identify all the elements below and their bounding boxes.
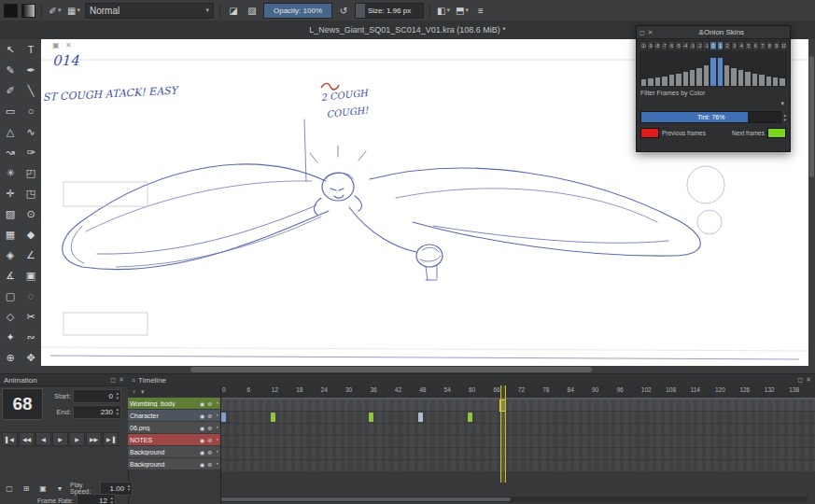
previous-keyframe-button[interactable]: ◀◀ (19, 432, 35, 446)
onion-offset--2[interactable]: -2 (696, 41, 703, 50)
filter-color-dropdown[interactable]: ▾ (637, 98, 790, 109)
onion-opacity-bar--1[interactable] (704, 65, 709, 86)
onion-opacity-graph[interactable] (639, 51, 787, 87)
onion-offset-9[interactable]: 9 (773, 41, 780, 50)
ruler-frame-84[interactable]: 84 (568, 386, 574, 393)
mesh-transform-tool-icon[interactable]: ◰ (21, 162, 41, 183)
ruler-frame-102[interactable]: 102 (641, 386, 652, 393)
current-frame-display[interactable]: 68 (2, 388, 43, 420)
color-sampler-tool-icon[interactable]: ⊙ (21, 203, 41, 224)
subwindow-close-icon[interactable]: ✕ (65, 41, 72, 49)
onion-opacity-bar--5[interactable] (676, 74, 681, 86)
onion-offset-2[interactable]: 2 (724, 41, 731, 50)
layer-label-Background[interactable]: Background◉⊘◔ (128, 458, 220, 469)
text-tool-icon[interactable]: T (21, 39, 41, 60)
workspace-chooser-button[interactable]: ≡ (473, 3, 488, 18)
ellipse-select-tool-icon[interactable]: ◌ (21, 286, 41, 306)
ruler-frame-0[interactable]: 0 (222, 386, 226, 393)
polygon-select-tool-icon[interactable]: ◇ (0, 306, 21, 327)
polyline-tool-icon[interactable]: ∿ (21, 121, 41, 142)
assistants-tool-icon[interactable]: ∠ (21, 245, 41, 265)
calligraphy-tool-icon[interactable]: ✒ (21, 60, 41, 80)
onion-offset--6[interactable]: -6 (667, 41, 675, 50)
float-docker-icon[interactable]: ◻ (110, 376, 116, 384)
onion-offset--4[interactable]: -4 (682, 41, 689, 50)
visibility-eye-icon[interactable]: ◉ (200, 400, 204, 407)
polygon-tool-icon[interactable]: △ (0, 121, 21, 142)
onion-skins-titlebar[interactable]: ◻ ✕ &Onion Skins (637, 26, 790, 39)
visibility-eye-icon[interactable]: ◉ (200, 425, 204, 431)
onion-offset-8[interactable]: 8 (766, 41, 774, 50)
onion-opacity-bar--4[interactable] (683, 72, 688, 86)
lock-icon[interactable]: ⊘ (207, 400, 212, 407)
visibility-eye-icon[interactable]: ◉ (200, 461, 204, 468)
onion-offset--8[interactable]: -8 (653, 41, 661, 50)
tint-slider[interactable]: Tint: 76% (640, 111, 781, 123)
zoom-tool-icon[interactable]: ⊕ (0, 347, 21, 368)
menu-icon[interactable]: ≡ (132, 377, 135, 384)
fill-tool-icon[interactable]: ◆ (21, 224, 41, 245)
onion-opacity-bar--2[interactable] (696, 68, 701, 86)
onion-opacity-bar--3[interactable] (690, 70, 695, 86)
keyframe-marker[interactable] (418, 413, 423, 422)
onion-opacity-bar-0[interactable] (710, 58, 715, 86)
scrollbar-thumb[interactable] (221, 497, 511, 501)
end-frame-spinbox[interactable]: 230 ▲▼ (73, 405, 121, 419)
line-tool-icon[interactable]: ╲ (21, 80, 41, 101)
playhead[interactable] (500, 385, 506, 483)
pan-tool-icon[interactable]: ✥ (21, 347, 41, 368)
opacity-slider[interactable]: Opacity: 100% (263, 3, 332, 19)
lock-icon[interactable]: ⊘ (207, 425, 212, 431)
brush-size-slider[interactable]: Size: 1.96 px (355, 3, 424, 19)
blend-mode-dropdown[interactable]: Normal ▾ (85, 3, 214, 19)
ruler-frame-132[interactable]: 132 (765, 386, 775, 393)
onion-offset--7[interactable]: -7 (661, 41, 668, 50)
keyframe-marker[interactable] (468, 413, 472, 422)
layer-menu-icon[interactable]: ▾ (141, 388, 145, 396)
brush-preset-button[interactable]: ✐▾ (48, 3, 63, 18)
onion-offset-0[interactable]: 0 (710, 41, 717, 50)
onion-opacity-bar-6[interactable] (752, 74, 757, 86)
onion-skin-icon[interactable]: ◔ (215, 449, 218, 455)
onion-opacity-bar-10[interactable] (780, 78, 784, 86)
ruler-frame-6[interactable]: 6 (246, 386, 250, 393)
onion-opacity-bar-5[interactable] (745, 72, 750, 86)
scrollbar-thumb[interactable] (809, 56, 814, 177)
subwindow-restore-icon[interactable]: ▣ (52, 41, 60, 49)
next-frames-color-swatch[interactable] (767, 128, 786, 138)
visibility-eye-icon[interactable]: ◉ (200, 413, 204, 419)
previous-frame-button[interactable]: ◀ (35, 432, 51, 446)
onion-opacity-bar--6[interactable] (669, 75, 674, 86)
onion-opacity-bar--8[interactable] (655, 77, 660, 86)
freehand-brush-tool-icon[interactable]: ✐ (0, 80, 21, 101)
lock-icon[interactable]: ⊘ (207, 449, 212, 455)
ruler-frame-114[interactable]: 114 (691, 386, 700, 393)
ruler-frame-78[interactable]: 78 (542, 386, 549, 393)
ruler-frame-126[interactable]: 126 (739, 386, 750, 393)
keyframe-marker[interactable] (221, 413, 226, 422)
rect-select-tool-icon[interactable]: ▢ (0, 286, 21, 306)
onion-opacity-bar-9[interactable] (773, 77, 778, 86)
ruler-frame-72[interactable]: 72 (518, 386, 525, 393)
layer-track-Character[interactable] (221, 412, 815, 423)
onion-offset-6[interactable]: 6 (752, 41, 760, 50)
ruler-frame-24[interactable]: 24 (321, 386, 328, 393)
transform-tool-icon[interactable]: ↖ (0, 39, 21, 60)
float-docker-icon[interactable]: ◻ (797, 376, 803, 384)
ruler-frame-120[interactable]: 120 (715, 386, 725, 393)
onion-skin-icon[interactable]: ◔ (215, 400, 218, 406)
float-docker-icon[interactable]: ◻ (639, 29, 645, 36)
onion-opacity-bar--9[interactable] (648, 78, 653, 86)
rectangle-tool-icon[interactable]: ▭ (0, 101, 21, 121)
bezier-curve-tool-icon[interactable]: ↝ (0, 142, 21, 162)
gradient-swatch[interactable] (21, 4, 35, 18)
layer-track-NOTES[interactable] (221, 436, 815, 447)
enclose-fill-tool-icon[interactable]: ◈ (0, 245, 21, 265)
layer-track-Background[interactable] (221, 448, 815, 459)
onion-offset--1[interactable]: -1 (703, 41, 710, 50)
onion-offset--10[interactable]: -10 (639, 41, 647, 50)
layer-label-NOTES[interactable]: NOTES◉⊘◔ (128, 434, 220, 445)
lock-icon[interactable]: ⊘ (207, 437, 212, 443)
spin-down-icon[interactable]: ▼ (109, 501, 113, 504)
onion-skin-icon[interactable]: ◔ (215, 413, 218, 418)
